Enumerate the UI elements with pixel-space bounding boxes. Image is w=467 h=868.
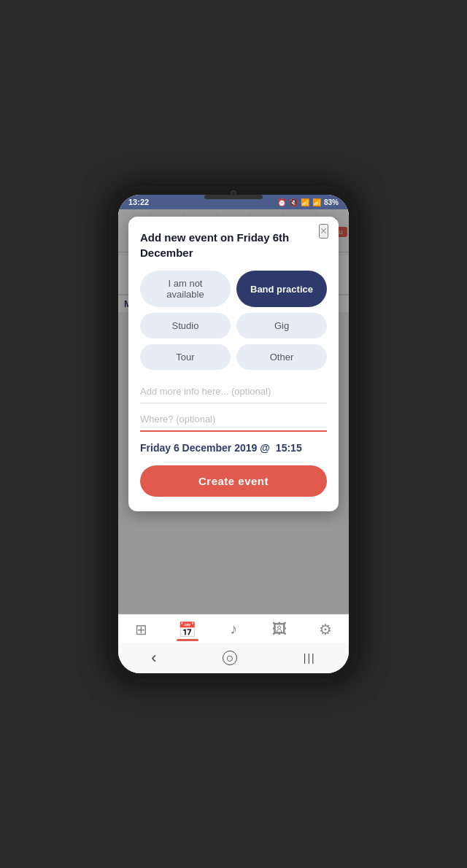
- bottom-navigation: ⊞ 📅 ♪ 🖼 ⚙: [118, 614, 349, 643]
- event-btn-band-practice[interactable]: Band practice: [236, 271, 327, 307]
- add-event-modal: Add new event on Friday 6th December × I…: [128, 217, 339, 511]
- phone-device: 13:22 ⏰ 🔇 📶 📶 83% 16 17 18 19 20: [109, 186, 358, 682]
- event-btn-studio[interactable]: Studio: [140, 313, 231, 338]
- event-btn-gig[interactable]: Gig: [236, 313, 327, 338]
- calendar-icon: 📅: [178, 621, 196, 638]
- event-btn-other[interactable]: Other: [236, 344, 327, 370]
- system-navigation: ‹ ○ |||: [118, 643, 349, 673]
- battery-text: 83%: [324, 198, 339, 206]
- event-type-grid: I am not available Band practice Studio …: [140, 271, 327, 370]
- music-icon: ♪: [230, 621, 237, 638]
- modal-title: Add new event on Friday 6th December: [140, 230, 327, 260]
- nav-item-gallery[interactable]: 🖼: [257, 619, 303, 640]
- close-button[interactable]: ×: [319, 224, 328, 239]
- nav-item-music[interactable]: ♪: [210, 619, 256, 640]
- signal-icon: 📶: [312, 198, 321, 206]
- event-btn-unavailable[interactable]: I am not available: [140, 271, 231, 307]
- event-btn-tour[interactable]: Tour: [140, 344, 231, 370]
- status-icons: ⏰ 🔇 📶 📶 83%: [277, 198, 339, 206]
- location-input[interactable]: [140, 408, 327, 432]
- gallery-icon: 🖼: [272, 621, 287, 638]
- nav-item-calendar[interactable]: 📅: [164, 619, 210, 640]
- datetime-label: Friday 6 December 2019 @: [140, 442, 270, 454]
- active-indicator: [177, 639, 198, 641]
- create-event-button[interactable]: Create event: [140, 465, 327, 497]
- status-time: 13:22: [128, 198, 149, 206]
- datetime-row: Friday 6 December 2019 @ 15:15: [140, 442, 327, 454]
- grid-icon: ⊞: [135, 621, 147, 638]
- calendar-background: 16 17 18 19 20 21 Guillau 22 Guillau: [118, 209, 349, 614]
- alarm-icon: ⏰: [277, 198, 286, 206]
- nav-item-settings[interactable]: ⚙: [303, 619, 349, 640]
- home-button[interactable]: ○: [223, 651, 237, 665]
- recent-button[interactable]: |||: [304, 652, 316, 664]
- back-button[interactable]: ‹: [151, 648, 156, 667]
- datetime-time: 15:15: [276, 442, 302, 454]
- speaker: [204, 195, 263, 199]
- settings-icon: ⚙: [319, 621, 332, 638]
- nav-item-grid[interactable]: ⊞: [118, 619, 164, 640]
- mute-icon: 🔇: [289, 198, 298, 206]
- wifi-icon: 📶: [301, 198, 309, 206]
- phone-screen: 13:22 ⏰ 🔇 📶 📶 83% 16 17 18 19 20: [118, 195, 349, 673]
- info-input[interactable]: [140, 380, 327, 403]
